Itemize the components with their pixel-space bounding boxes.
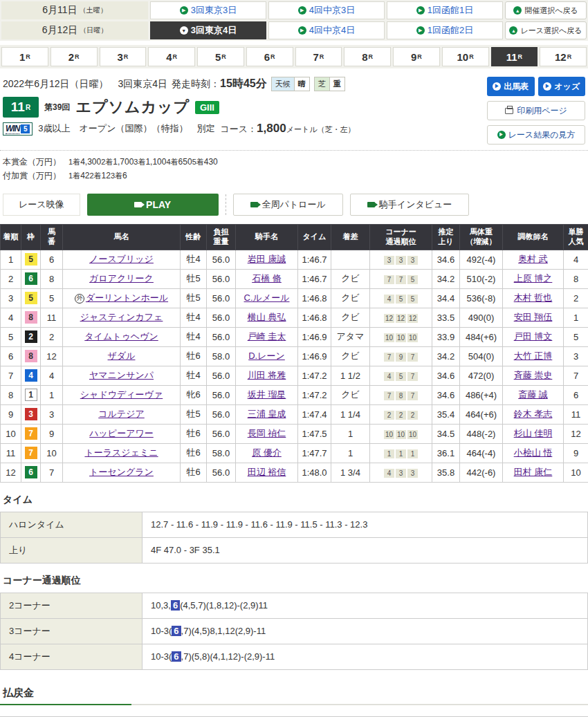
race-tab-10r[interactable]: 10R: [442, 47, 489, 66]
body-weight: 536(-8): [460, 288, 503, 308]
jockey-link[interactable]: 田辺 裕信: [248, 467, 286, 477]
date-nav: 6月11日（土曜） ▶3回東京3日▶4回中京3日▶1回函館1日 ▲開催選択へ戻る…: [0, 0, 588, 41]
trainer-link[interactable]: 大竹 正博: [514, 351, 553, 361]
trainer-link[interactable]: 田村 康仁: [514, 467, 553, 477]
result-row: 9 3 3 コルテジア 牡5 56.0 三浦 皇成 1:47.4 1 1/4 2…: [1, 404, 588, 424]
time-table: ハロンタイム12.7 - 11.6 - 11.9 - 11.9 - 11.6 -…: [0, 512, 588, 564]
jockey-link[interactable]: 岩田 康誠: [248, 254, 286, 264]
horse-link[interactable]: トーセングラン: [89, 467, 154, 477]
jockey-link[interactable]: 戸崎 圭太: [248, 331, 286, 342]
last-3f: 34.6: [432, 250, 460, 269]
carried-weight: 56.0: [207, 463, 236, 482]
meeting-link[interactable]: ▶3回東京3日: [150, 1, 266, 19]
finish-time: 1:47.2: [298, 385, 331, 404]
carried-weight: 56.0: [207, 269, 236, 288]
howto-button[interactable]: ▶レース結果の見方: [487, 125, 585, 145]
jockey-link[interactable]: 長岡 禎仁: [248, 428, 286, 438]
meeting-link[interactable]: ▶1回函館2日: [387, 21, 503, 39]
prize-amount: 6: [122, 171, 127, 180]
jockey-link[interactable]: 横山 典弘: [248, 312, 286, 322]
bracket-number: 7: [21, 424, 41, 443]
horse-link[interactable]: ノースブリッジ: [89, 254, 154, 264]
horse-link[interactable]: ダーリントンホール: [86, 292, 168, 303]
results-column-header: 騎手名: [236, 225, 298, 250]
trainer-name: 奥村 武: [503, 250, 564, 269]
jockey-link[interactable]: C.ルメール: [244, 292, 290, 303]
last-3f: 34.2: [432, 346, 460, 366]
jockey-link[interactable]: 川田 将雅: [248, 370, 286, 380]
horse-link[interactable]: トーラスジェミニ: [84, 447, 158, 458]
meeting-link[interactable]: ▼3回東京4日: [150, 21, 266, 39]
horse-link[interactable]: ガロアクリーク: [89, 273, 154, 283]
result-row: 2 6 8 ガロアクリーク 牡5 56.0 石橋 脩 1:46.7 クビ 775…: [1, 269, 588, 288]
trainer-link[interactable]: 斎藤 誠: [518, 389, 548, 400]
jockey-name: 石橋 脩: [236, 269, 298, 288]
print-button[interactable]: 印刷用ページ: [487, 101, 585, 120]
trainer-name: 安田 翔伍: [503, 308, 564, 327]
jockey-link[interactable]: 石橋 脩: [252, 273, 282, 283]
race-tab-5r[interactable]: 5R: [197, 47, 244, 66]
patrol-video-button[interactable]: 全周パトロール: [233, 194, 343, 216]
race-tab-7r[interactable]: 7R: [295, 47, 342, 66]
jockey-link[interactable]: 三浦 皇成: [248, 409, 286, 419]
trainer-link[interactable]: 斉藤 崇史: [514, 370, 553, 380]
race-tab-4r[interactable]: 4R: [148, 47, 195, 66]
back-button[interactable]: ▲レース選択へ戻る: [505, 21, 587, 39]
trainer-link[interactable]: 戸田 博文: [514, 331, 553, 342]
printer-icon: [505, 108, 513, 114]
body-weight: 504(0): [460, 346, 503, 366]
horse-link[interactable]: ジャスティンカフェ: [80, 312, 163, 322]
margin: クビ: [331, 385, 370, 404]
meeting-link[interactable]: ▶4回中京3日: [268, 1, 385, 19]
sex-age: 牡6: [181, 443, 207, 463]
play-button[interactable]: PLAY: [87, 194, 219, 216]
race-tab-8r[interactable]: 8R: [344, 47, 391, 66]
race-tab-12r[interactable]: 12R: [540, 47, 587, 66]
trainer-link[interactable]: 木村 哲也: [514, 292, 553, 303]
margin: クビ: [331, 346, 370, 366]
race-tab-11r[interactable]: 11R: [491, 47, 538, 66]
jockey-link[interactable]: 坂井 瑠星: [248, 389, 286, 400]
sex-age: 牡6: [181, 346, 207, 366]
odds-button[interactable]: ▶オッズ: [538, 77, 586, 96]
horse-number: 11: [41, 308, 63, 327]
jockey-name: 坂井 瑠星: [236, 385, 298, 404]
race-tab-3r[interactable]: 3R: [100, 47, 147, 66]
trainer-link[interactable]: 小桧山 悟: [514, 447, 553, 458]
jockey-interview-button[interactable]: 騎手インタビュー: [350, 194, 470, 216]
trainer-link[interactable]: 安田 翔伍: [514, 312, 553, 322]
finish-position: 3: [1, 288, 21, 308]
trainer-link[interactable]: 杉山 佳明: [514, 428, 553, 438]
race-tab-2r[interactable]: 2R: [50, 47, 98, 66]
meeting-link[interactable]: ▶1回函館1日: [387, 1, 503, 19]
start-time: 発走時刻：15時45分: [172, 77, 267, 91]
arrow-right-icon: ▶: [298, 26, 306, 35]
horse-link[interactable]: タイムトゥヘヴン: [84, 331, 158, 342]
horse-link[interactable]: コルテジア: [98, 409, 145, 419]
margin: 1 1/4: [331, 404, 370, 424]
race-tab-9r[interactable]: 9R: [393, 47, 440, 66]
trainer-link[interactable]: 奥村 武: [518, 254, 548, 264]
results-column-header: 着順: [1, 225, 21, 250]
horse-name: ザダル: [63, 346, 181, 366]
prize-place: 3着: [111, 171, 122, 180]
horse-link[interactable]: ザダル: [108, 351, 136, 361]
prize-money: 本賞金（万円）1着4,3002着1,7003着1,1004着6505着430 付…: [0, 151, 588, 187]
trainer-link[interactable]: 鈴木 孝志: [514, 409, 553, 419]
finish-time: 1:47.7: [298, 443, 331, 463]
trainer-link[interactable]: 上原 博之: [514, 273, 553, 283]
jockey-link[interactable]: D.レーン: [248, 351, 285, 361]
shutsuba-button[interactable]: ▶出馬表: [487, 77, 535, 96]
horse-link[interactable]: ヤマニンサンパ: [89, 370, 154, 380]
body-weight: 464(-4): [460, 443, 503, 463]
horse-name: コルテジア: [63, 404, 181, 424]
time-row-value: 4F 47.0 - 3F 35.1: [143, 537, 588, 563]
race-tab-6r[interactable]: 6R: [246, 47, 293, 66]
horse-link[interactable]: ハッピーアワー: [89, 428, 154, 438]
race-tab-1r[interactable]: 1R: [1, 47, 48, 66]
back-button[interactable]: ▲開催選択へ戻る: [505, 1, 587, 19]
meeting-link[interactable]: ▶4回中京4日: [268, 21, 385, 39]
corner-positions: 333: [370, 250, 432, 269]
jockey-link[interactable]: 原 優介: [252, 447, 282, 458]
horse-link[interactable]: シャドウディーヴァ: [80, 389, 163, 400]
